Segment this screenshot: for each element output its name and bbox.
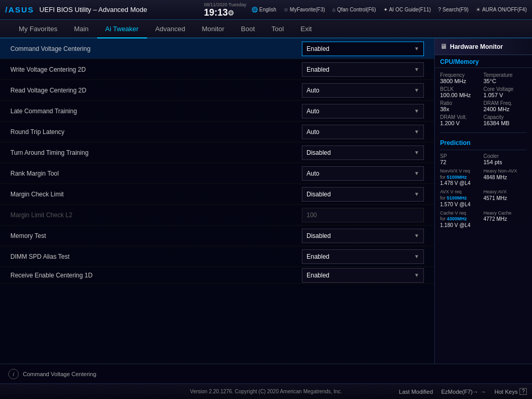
chevron-down-icon-2: ▼ xyxy=(414,87,419,93)
dropdown-2[interactable]: Auto ▼ xyxy=(302,83,424,98)
avx-for: for 5100MHz xyxy=(440,195,484,202)
avx-label: AVX V req xyxy=(440,189,484,195)
chevron-down-icon-5: ▼ xyxy=(414,150,419,155)
aura-icon: ☀ xyxy=(476,7,481,12)
settings-gear-icon[interactable]: ⚙ xyxy=(228,9,234,17)
dropdown-6[interactable]: Auto ▼ xyxy=(302,166,424,181)
dropdown-0[interactable]: Enabled ▼ xyxy=(302,42,424,56)
qfan-control[interactable]: ⌂ Qfan Control(F6) xyxy=(332,7,376,12)
setting-row-10[interactable]: DIMM SPD Alias Test Enabled ▼ xyxy=(0,246,434,267)
dropdown-value-5: Disabled xyxy=(307,149,331,156)
dram-freq-label: DRAM Freq. xyxy=(484,100,527,106)
setting-control-0[interactable]: Enabled ▼ xyxy=(302,42,424,56)
dropdown-10[interactable]: Enabled ▼ xyxy=(302,249,424,264)
chevron-down-icon-1: ▼ xyxy=(414,66,419,72)
setting-row-7[interactable]: Margin Check Limit Disabled ▼ xyxy=(0,184,434,205)
setting-row-9[interactable]: Memory Test Disabled ▼ xyxy=(0,225,434,246)
setting-label-6: Rank Margin Tool xyxy=(10,170,302,177)
dropdown-4[interactable]: Auto ▼ xyxy=(302,125,424,139)
hw-monitor-title: Hardware Monitor xyxy=(450,43,503,50)
aioc-control[interactable]: ✦ AI OC Guide(F11) xyxy=(383,7,431,12)
cooler-value: 154 pts xyxy=(484,159,527,165)
hw-monitor-header: 🖥 Hardware Monitor xyxy=(435,38,532,55)
cooler-label: Cooler xyxy=(484,153,527,159)
search-icon: ? xyxy=(438,7,441,12)
setting-row-8: Margin Limit Check L2 100 xyxy=(0,205,434,225)
nav-tool[interactable]: Tool xyxy=(263,20,292,38)
bios-title: UEFI BIOS Utility – Advanced Mode xyxy=(39,6,199,14)
asus-brand: /ASUS xyxy=(5,5,34,14)
dropdown-5[interactable]: Disabled ▼ xyxy=(302,145,424,160)
dram-freq-value: 2400 MHz xyxy=(484,106,527,112)
text-value-8: 100 xyxy=(307,211,317,219)
setting-row-1[interactable]: Write Voltage Centering 2D Enabled ▼ xyxy=(0,59,434,80)
setting-control-1[interactable]: Enabled ▼ xyxy=(302,62,424,77)
chevron-down-icon-0: ▼ xyxy=(414,46,419,51)
nav-ai-tweaker[interactable]: Ai Tweaker xyxy=(97,20,147,38)
header-controls: 🌐 English ☆ MyFavorite(F3) ⌂ Qfan Contro… xyxy=(251,7,527,12)
setting-row-6[interactable]: Rank Margin Tool Auto ▼ xyxy=(0,163,434,184)
nav-advanced[interactable]: Advanced xyxy=(147,20,194,38)
ez-mode-label: EzMode(F7)→ xyxy=(441,389,478,395)
nav-boot[interactable]: Boot xyxy=(233,20,263,38)
sp-cell: SP 72 xyxy=(440,153,484,165)
nav-exit[interactable]: Exit xyxy=(292,20,320,38)
cache-right: Heavy Cache 4772 MHz xyxy=(484,210,527,228)
cache-for: for 4300MHz xyxy=(440,216,484,222)
cache-row: Cache V req for 4300MHz 1.180 V @L4 Heav… xyxy=(440,210,527,228)
capacity-cell: Capacity 16384 MB xyxy=(484,113,527,127)
setting-row-5[interactable]: Turn Around Timing Training Disabled ▼ xyxy=(0,142,434,163)
hot-keys-btn[interactable]: Hot Keys ? xyxy=(495,388,527,395)
dropdown-value-3: Auto xyxy=(307,108,320,115)
temperature-cell: Temperature 35°C xyxy=(484,71,527,85)
dropdown-value-1: Enabled xyxy=(307,66,329,73)
dropdown-3[interactable]: Auto ▼ xyxy=(302,104,424,118)
text-control-8: 100 xyxy=(302,208,424,222)
nonavx-right: Heavy Non-AVX 4848 MHz xyxy=(484,168,527,186)
setting-control-10[interactable]: Enabled ▼ xyxy=(302,249,424,264)
dropdown-value-10: Enabled xyxy=(307,253,329,260)
dropdown-1[interactable]: Enabled ▼ xyxy=(302,62,424,77)
aura-control[interactable]: ☀ AURA ON/OFF(F4) xyxy=(476,7,527,12)
cache-freq: 4300MHz xyxy=(447,216,467,221)
dropdown-value-6: Auto xyxy=(307,170,320,177)
setting-row-11[interactable]: Receive Enable Centering 1D Enabled ▼ xyxy=(0,267,434,284)
hot-keys-label: Hot Keys xyxy=(495,389,518,395)
search-control[interactable]: ? Search(F9) xyxy=(438,7,469,12)
ratio-value: 38x xyxy=(440,106,484,112)
dropdown-7[interactable]: Disabled ▼ xyxy=(302,187,424,202)
setting-row-4[interactable]: Round Trip Latency Auto ▼ xyxy=(0,122,434,142)
language-control[interactable]: 🌐 English xyxy=(251,7,276,12)
setting-control-11[interactable]: Enabled ▼ xyxy=(302,268,424,283)
nonavx-freq: 5100MHz xyxy=(447,175,467,180)
dram-volt-value: 1.200 V xyxy=(440,120,484,126)
setting-control-9[interactable]: Disabled ▼ xyxy=(302,229,424,243)
dropdown-value-9: Disabled xyxy=(307,232,331,240)
core-voltage-cell: Core Voltage 1.057 V xyxy=(484,85,527,99)
setting-row-3[interactable]: Late Command Training Auto ▼ xyxy=(0,101,434,122)
setting-row-0[interactable]: Command Voltage Centering Enabled ▼ xyxy=(0,38,434,59)
nav-my-favorites[interactable]: My Favorites xyxy=(10,20,65,38)
setting-label-4: Round Trip Latency xyxy=(10,128,302,136)
bottom-bar: Version 2.20.1276. Copyright (C) 2020 Am… xyxy=(0,383,532,399)
setting-control-3[interactable]: Auto ▼ xyxy=(302,104,424,118)
avx-volt: 1.570 V @L4 xyxy=(440,202,484,207)
setting-control-2[interactable]: Auto ▼ xyxy=(302,83,424,98)
dropdown-11[interactable]: Enabled ▼ xyxy=(302,268,424,283)
nav-monitor[interactable]: Monitor xyxy=(194,20,233,38)
ez-mode-btn[interactable]: EzMode(F7)→ → xyxy=(441,389,486,395)
setting-control-4[interactable]: Auto ▼ xyxy=(302,125,424,139)
setting-label-0: Command Voltage Centering xyxy=(10,45,302,52)
dropdown-9[interactable]: Disabled ▼ xyxy=(302,229,424,243)
setting-row-2[interactable]: Read Voltage Centering 2D Auto ▼ xyxy=(0,80,434,101)
content-area[interactable]: Command Voltage Centering Enabled ▼ Writ… xyxy=(0,38,434,364)
setting-label-9: Memory Test xyxy=(10,232,302,240)
last-modified-btn[interactable]: Last Modified xyxy=(399,389,433,395)
nav-main[interactable]: Main xyxy=(65,20,97,38)
setting-control-7[interactable]: Disabled ▼ xyxy=(302,187,424,202)
setting-control-6[interactable]: Auto ▼ xyxy=(302,166,424,181)
setting-control-5[interactable]: Disabled ▼ xyxy=(302,145,424,160)
myfavorite-control[interactable]: ☆ MyFavorite(F3) xyxy=(284,7,325,12)
heavy-cache-value: 4772 MHz xyxy=(484,216,527,222)
sp-cooler-grid: SP 72 Cooler 154 pts xyxy=(440,153,527,165)
